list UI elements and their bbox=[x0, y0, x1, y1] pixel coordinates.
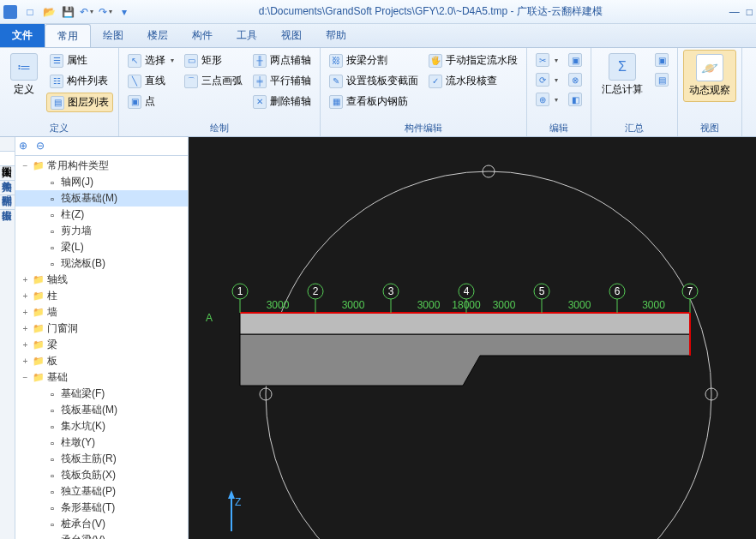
tree-item[interactable]: ▫基础梁(F) bbox=[15, 386, 188, 402]
tree-item[interactable]: ▫梁(L) bbox=[15, 239, 188, 255]
folder-icon: 📁 bbox=[33, 356, 45, 368]
menu-视图[interactable]: 视图 bbox=[269, 24, 314, 47]
qat-undo[interactable]: ↶▾ bbox=[79, 4, 94, 20]
dynamic-view-button[interactable]: 🪐 动态观察 bbox=[683, 50, 736, 102]
tree-item[interactable]: ▫独立基础(P) bbox=[15, 483, 188, 500]
point-button[interactable]: ▣点 bbox=[124, 93, 177, 111]
menu-构件[interactable]: 构件 bbox=[180, 24, 225, 47]
edit-btn-2[interactable]: ⟳▾ bbox=[532, 71, 561, 88]
tree-item[interactable]: ▫条形基础(T) bbox=[15, 500, 188, 516]
raft-icon: ▫ bbox=[46, 193, 58, 205]
tree-expander bbox=[34, 194, 44, 203]
tree-expander bbox=[34, 454, 44, 464]
sidetab-1[interactable]: 绘图输入 bbox=[0, 152, 15, 166]
edit-btn-1[interactable]: ✂▾ bbox=[532, 51, 561, 69]
view-rebar-button[interactable]: ▦查看板内钢筋 bbox=[326, 93, 422, 111]
folder-icon: 📁 bbox=[33, 290, 45, 302]
tree-collapse-all[interactable]: ⊖ bbox=[36, 140, 50, 153]
flow-check-button[interactable]: ✓流水段核查 bbox=[425, 72, 521, 90]
summary-calc-button[interactable]: Σ 汇总计算 bbox=[597, 50, 648, 100]
tree-expander bbox=[34, 470, 44, 480]
qat-more[interactable]: ▾ bbox=[117, 4, 132, 20]
tree-item[interactable]: +📁墙 bbox=[15, 304, 188, 320]
tree-item[interactable]: ▫承台梁(V) bbox=[15, 532, 188, 539]
set-raft-section-button[interactable]: ✎设置筏板变截面 bbox=[326, 72, 422, 90]
define-button[interactable]: ≔ 定义 bbox=[5, 50, 43, 100]
tree-item[interactable]: +📁门窗洞 bbox=[15, 320, 188, 337]
line-button[interactable]: ╲直线 bbox=[124, 72, 177, 90]
viewport-3d[interactable]: 123456730003000300030003000300018000 Z A bbox=[189, 137, 756, 539]
delete-axis-button[interactable]: ✕删除辅轴 bbox=[249, 93, 315, 111]
sidetab-2[interactable]: 单构件输入 bbox=[0, 166, 15, 181]
tree-label: 轴线 bbox=[47, 272, 68, 287]
qat-new[interactable]: □ bbox=[22, 4, 38, 20]
tree-item[interactable]: ▫筏板基础(M) bbox=[15, 402, 188, 418]
tree-expander[interactable]: + bbox=[21, 275, 30, 284]
tree-item[interactable]: ▫剪力墙 bbox=[15, 223, 188, 239]
tree-item[interactable]: +📁柱 bbox=[15, 288, 188, 304]
menu-工具[interactable]: 工具 bbox=[225, 24, 269, 47]
tree-item[interactable]: +📁轴线 bbox=[15, 272, 188, 288]
tree-item[interactable]: ▫筏板基础(M) bbox=[15, 190, 188, 207]
tree-item[interactable]: ▫筏板主筋(R) bbox=[15, 451, 188, 467]
select-button[interactable]: ↖选择▾ bbox=[124, 51, 177, 69]
tree-expander bbox=[34, 519, 44, 529]
layer-list-button[interactable]: ▤图层列表 bbox=[46, 93, 113, 112]
tree-expander bbox=[34, 422, 44, 431]
tree-expander bbox=[34, 226, 44, 236]
svg-text:18000: 18000 bbox=[452, 299, 481, 311]
menu-常用[interactable]: 常用 bbox=[45, 24, 91, 47]
tree-item[interactable]: ▫轴网(J) bbox=[15, 174, 188, 190]
tree-expander[interactable]: + bbox=[21, 356, 30, 366]
tree-item[interactable]: ▫集水坑(K) bbox=[15, 418, 188, 434]
tree-item[interactable]: +📁板 bbox=[15, 353, 188, 369]
tree-expander bbox=[34, 389, 44, 398]
menu-绘图[interactable]: 绘图 bbox=[91, 24, 135, 47]
folder-icon: 📁 bbox=[33, 307, 45, 319]
qat-redo[interactable]: ↷▾ bbox=[98, 4, 113, 20]
tree-item[interactable]: ▫柱(Z) bbox=[15, 207, 188, 223]
tree-expander[interactable]: + bbox=[21, 340, 30, 350]
tree-item[interactable]: ▫现浇板(B) bbox=[15, 255, 188, 272]
tree-expander bbox=[34, 487, 44, 496]
menu-帮助[interactable]: 帮助 bbox=[314, 24, 358, 47]
tree-item[interactable]: ▫柱墩(Y) bbox=[15, 434, 188, 451]
qat-open[interactable]: 📂 bbox=[41, 4, 57, 20]
arc-button[interactable]: ⌒三点画弧 bbox=[181, 72, 246, 90]
split-by-beam-button[interactable]: ⛓按梁分割 bbox=[326, 51, 422, 69]
tree-item[interactable]: ▫筏板负筋(X) bbox=[15, 467, 188, 483]
tree-expand-all[interactable]: ⊕ bbox=[19, 140, 33, 153]
raft-icon: ▫ bbox=[46, 404, 58, 416]
tree-expander[interactable]: − bbox=[21, 373, 30, 382]
tree-expander[interactable]: + bbox=[21, 324, 30, 333]
tree-item[interactable]: −📁基础 bbox=[15, 369, 188, 386]
dual-axis-button[interactable]: ╫两点辅轴 bbox=[249, 51, 315, 69]
file-menu[interactable]: 文件 bbox=[0, 24, 45, 47]
component-list-button[interactable]: ☷构件列表 bbox=[46, 72, 113, 90]
props-button[interactable]: ☰属性 bbox=[46, 51, 113, 69]
tree-item[interactable]: −📁常用构件类型 bbox=[15, 158, 188, 174]
edit-btn-3[interactable]: ⊕▾ bbox=[532, 91, 561, 108]
tree-item[interactable]: +📁梁 bbox=[15, 337, 188, 353]
sidetab-0[interactable]: 工程设置 bbox=[0, 137, 15, 152]
qat-save[interactable]: 💾 bbox=[60, 4, 75, 20]
edit-btn-6[interactable]: ◧ bbox=[565, 91, 585, 108]
tree-expander[interactable]: − bbox=[21, 161, 30, 171]
orbit-icon: 🪐 bbox=[696, 54, 723, 81]
tree-expander[interactable]: + bbox=[21, 291, 30, 301]
minimize-button[interactable]: — bbox=[729, 6, 740, 18]
sum-extra-1[interactable]: ▣ bbox=[651, 51, 672, 69]
sidetab-4[interactable]: 报表输出 bbox=[0, 195, 15, 210]
sum-extra-2[interactable]: ▤ bbox=[651, 71, 672, 88]
manual-flow-button[interactable]: 🖐手动指定流水段 bbox=[425, 51, 521, 69]
rect-button[interactable]: ▭矩形 bbox=[181, 51, 246, 69]
edit-btn-5[interactable]: ⊗ bbox=[565, 71, 585, 88]
edit-btn-4[interactable]: ▣ bbox=[565, 51, 585, 69]
parallel-axis-button[interactable]: ╪平行辅轴 bbox=[249, 72, 315, 90]
tree-label: 常用构件类型 bbox=[47, 159, 109, 173]
maximize-button[interactable]: □ bbox=[747, 6, 753, 18]
sidetab-3[interactable]: 翻样明细 bbox=[0, 181, 15, 195]
tree-item[interactable]: ▫桩承台(V) bbox=[15, 516, 188, 532]
menu-楼层[interactable]: 楼层 bbox=[135, 24, 180, 47]
tree-expander[interactable]: + bbox=[21, 308, 30, 317]
